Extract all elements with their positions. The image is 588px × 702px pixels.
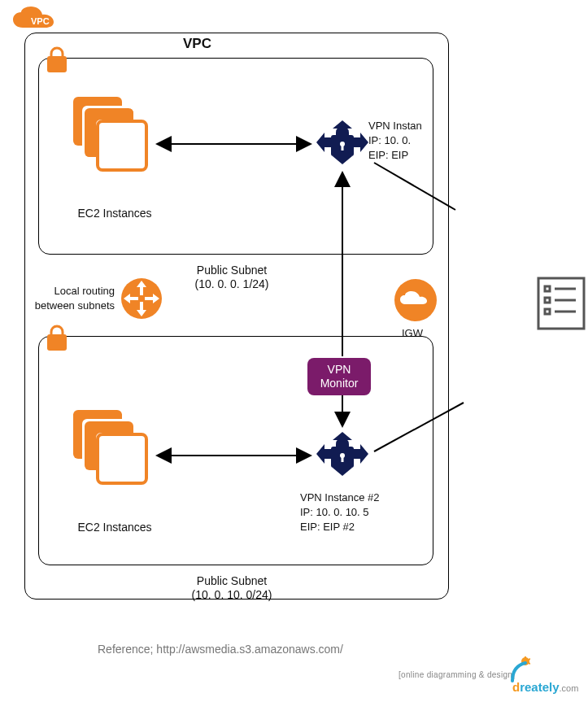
svg-point-36 <box>521 657 529 665</box>
subnet1-label: Public Subnet <box>163 264 301 277</box>
svg-rect-29 <box>342 456 344 462</box>
vpn1-name: VPN Instan <box>368 120 422 132</box>
vpc-cloud-icon: VPC <box>8 7 73 46</box>
subnet2-cidr: (10. 0. 10. 0/24) <box>163 588 301 601</box>
router-icon <box>119 276 164 325</box>
svg-line-38 <box>525 661 530 665</box>
subnet2-label: Public Subnet <box>163 574 301 587</box>
svg-rect-25 <box>96 433 145 482</box>
vpn-gateway-icon-1 <box>310 116 375 176</box>
vpn2-name: VPN Instance #2 <box>300 491 380 504</box>
vpn-monitor-line1: VPN <box>328 363 351 376</box>
vpc-title: VPC <box>183 36 211 52</box>
svg-rect-4 <box>82 106 131 155</box>
svg-rect-22 <box>85 421 133 470</box>
svg-rect-16 <box>545 298 550 303</box>
vpc-badge-text: VPC <box>31 16 50 26</box>
svg-rect-0 <box>47 56 67 72</box>
svg-rect-13 <box>538 278 584 329</box>
svg-rect-8 <box>331 135 354 156</box>
vpn1-ip: IP: 10. 0. <box>368 134 411 146</box>
vpn1-eip: EIP: EIP <box>368 149 408 161</box>
brand-d: d <box>512 680 520 694</box>
brand-rest: reately <box>520 680 559 694</box>
svg-rect-26 <box>98 434 146 483</box>
vpn-monitor-box: VPN Monitor <box>307 358 371 395</box>
brand-com: .com <box>560 683 579 693</box>
diagram-canvas: VPC VPC EC2 Instances <box>0 0 588 702</box>
svg-rect-14 <box>545 286 550 291</box>
svg-rect-24 <box>85 421 133 470</box>
svg-rect-3 <box>85 108 133 157</box>
footer-tagline: [online diagramming & design] <box>399 670 515 679</box>
svg-point-11 <box>121 278 162 319</box>
svg-line-37 <box>525 658 530 661</box>
svg-point-28 <box>340 453 345 458</box>
svg-rect-7 <box>98 121 146 170</box>
svg-rect-18 <box>545 309 550 314</box>
svg-rect-21 <box>73 410 122 459</box>
svg-rect-20 <box>47 334 67 351</box>
subnet1-cidr: (10. 0. 0. 1/24) <box>163 277 301 290</box>
routing-label-1: Local routing <box>33 285 115 297</box>
svg-rect-5 <box>85 108 133 157</box>
vpn-gateway-icon-2 <box>310 427 375 487</box>
ec2-label-2: EC2 Instances <box>70 521 159 534</box>
vpn2-eip: EIP: EIP #2 <box>300 521 355 533</box>
svg-rect-10 <box>342 145 344 150</box>
ec2-instances-icon <box>70 407 151 491</box>
svg-rect-1 <box>73 97 122 146</box>
svg-rect-6 <box>96 120 145 168</box>
vpn2-ip: IP: 10. 0. 10. 5 <box>300 506 369 518</box>
checklist-icon <box>537 277 586 334</box>
ec2-instances-icon <box>70 94 151 178</box>
svg-point-9 <box>340 142 345 146</box>
reference-text: Reference; http://awsmedia.s3.amazonaws.… <box>98 643 343 656</box>
svg-rect-2 <box>85 108 133 157</box>
lock-icon <box>43 324 71 356</box>
vpn-monitor-line2: Monitor <box>320 377 359 390</box>
svg-rect-23 <box>82 419 136 473</box>
svg-point-12 <box>394 279 437 321</box>
ec2-label-1: EC2 Instances <box>70 207 159 220</box>
lock-icon <box>43 46 71 78</box>
creately-logo-text: dreately.com <box>512 680 578 694</box>
routing-label-2: between subnets <box>27 299 115 312</box>
svg-rect-27 <box>331 447 354 468</box>
igw-icon <box>392 277 444 326</box>
